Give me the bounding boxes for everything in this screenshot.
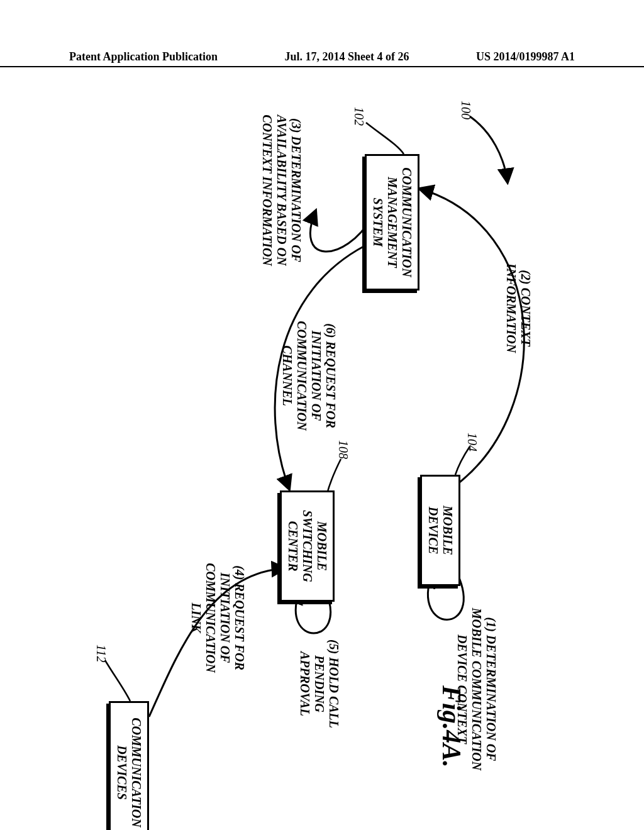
label-5-hold-call: (5) HOLD CALL PENDING APPROVAL — [297, 629, 341, 739]
box-communication-management-system: COMMUNICATION MANAGEMENT SYSTEM — [365, 154, 419, 290]
box-mobile-switching-center: MOBILE SWITCHING CENTER — [280, 490, 335, 602]
page: Patent Application Publication Jul. 17, … — [0, 0, 644, 830]
header-left: Patent Application Publication — [69, 50, 218, 64]
page-header: Patent Application Publication Jul. 17, … — [0, 50, 644, 67]
header-center: Jul. 17, 2014 Sheet 4 of 26 — [285, 50, 409, 64]
label-2-context-information: (2) CONTEXT INFORMATION — [504, 245, 533, 371]
figure-rotated-wrap: COMMUNICATION MANAGEMENT SYSTEM MOBILE D… — [77, 82, 567, 773]
label-6-request-channel: (6) REQUEST FOR INITIATION OF COMMUNICAT… — [280, 305, 338, 446]
ref-108: 108 — [336, 440, 350, 459]
box-mobile-device: MOBILE DEVICE — [420, 475, 460, 586]
ref-102: 102 — [352, 107, 366, 126]
box-communication-devices: COMMUNICATION DEVICES — [109, 701, 149, 830]
figure-stage: COMMUNICATION MANAGEMENT SYSTEM MOBILE D… — [77, 82, 567, 773]
label-3-determination-availability: (3) DETERMINATION OF AVAILABILITY BASED … — [260, 110, 303, 270]
label-4-request-link: (4) REQUEST FOR INITIATION OF COMMUNICAT… — [189, 547, 247, 689]
ref-104: 104 — [465, 433, 479, 451]
ref-112: 112 — [94, 645, 108, 663]
figure-caption: Fig.4A. — [436, 685, 467, 768]
header-right: US 2014/0199987 A1 — [476, 50, 575, 64]
ref-100: 100 — [458, 101, 473, 119]
header-row: Patent Application Publication Jul. 17, … — [0, 50, 644, 64]
